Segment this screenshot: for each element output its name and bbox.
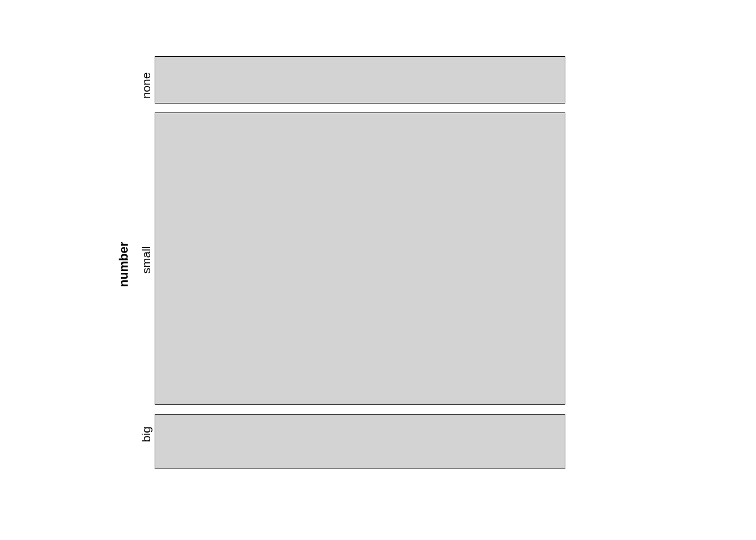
plot-area <box>155 56 565 472</box>
tick-label-big: big <box>140 417 153 451</box>
bar-none <box>155 56 565 104</box>
bar-small <box>155 112 565 405</box>
tick-label-small: small <box>140 243 153 277</box>
chart-container: number none small big <box>101 56 608 472</box>
tick-label-none: none <box>140 69 153 102</box>
bar-big <box>155 414 565 469</box>
y-axis-label: number <box>116 242 131 287</box>
